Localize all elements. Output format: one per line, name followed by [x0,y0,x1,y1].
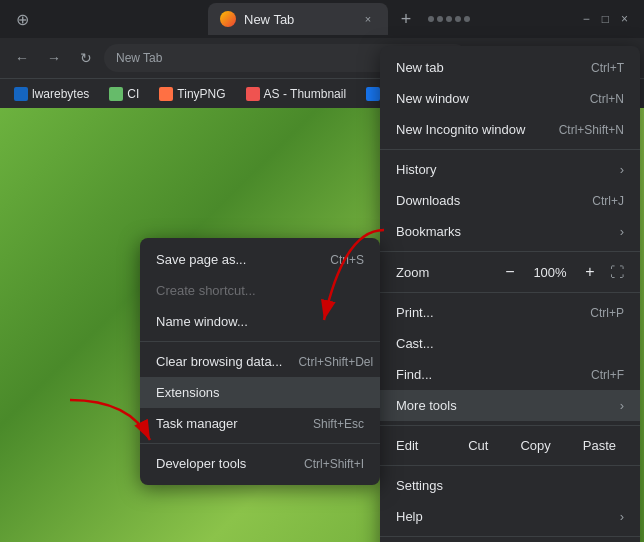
menu-item-more-tools[interactable]: More tools › [380,390,640,421]
bookmark-malwarebytes[interactable]: lwarebytes [8,85,95,103]
tab-close-button[interactable]: × [360,11,376,27]
zoom-out-button[interactable]: − [498,260,522,284]
menu-item-developer-tools[interactable]: Developer tools Ctrl+Shift+I [140,448,380,479]
zoom-value: 100% [530,265,570,280]
menu-shortcut: Ctrl+T [591,61,624,75]
extension-dot [446,16,452,22]
tab-title: New Tab [244,12,294,27]
extension-dot [437,16,443,22]
menu-item-clear-browsing[interactable]: Clear browsing data... Ctrl+Shift+Del [140,346,380,377]
menu-item-label: Cast... [396,336,624,351]
forward-button[interactable]: → [40,44,68,72]
menu-separator [380,149,640,150]
menu-item-task-manager[interactable]: Task manager Shift+Esc [140,408,380,439]
refresh-button[interactable]: ↻ [72,44,100,72]
new-tab-button[interactable]: + [392,5,420,33]
menu-item-label: Downloads [396,193,576,208]
more-tools-menu: Save page as... Ctrl+S Create shortcut..… [140,238,380,485]
menu-shortcut: Ctrl+F [591,368,624,382]
bookmark-favicon [109,87,123,101]
bookmark-favicon [159,87,173,101]
menu-item-new-window[interactable]: New window Ctrl+N [380,83,640,114]
chrome-menu: New tab Ctrl+T New window Ctrl+N New Inc… [380,46,640,542]
paste-button[interactable]: Paste [575,434,624,457]
zoom-in-button[interactable]: + [578,260,602,284]
tab-favicon [220,11,236,27]
fullscreen-button[interactable]: ⛶ [610,264,624,280]
menu-item-save-page[interactable]: Save page as... Ctrl+S [140,244,380,275]
menu-item-label: Create shortcut... [156,283,364,298]
bookmark-as-thumbnail[interactable]: AS - Thumbnail [240,85,352,103]
menu-item-name-window[interactable]: Name window... [140,306,380,337]
menu-separator [380,465,640,466]
menu-item-create-shortcut[interactable]: Create shortcut... [140,275,380,306]
menu-item-label: Print... [396,305,574,320]
menu-item-new-incognito[interactable]: New Incognito window Ctrl+Shift+N [380,114,640,145]
menu-shortcut: Ctrl+Shift+I [304,457,364,471]
bookmark-label: CI [127,87,139,101]
menu-item-history[interactable]: History › [380,154,640,185]
menu-shortcut: Ctrl+P [590,306,624,320]
menu-item-label: New tab [396,60,575,75]
menu-item-label: Developer tools [156,456,288,471]
menu-item-settings[interactable]: Settings [380,470,640,501]
menu-item-label: Bookmarks [396,224,612,239]
menu-shortcut: Ctrl+S [330,253,364,267]
edit-row: Edit Cut Copy Paste [380,430,640,461]
menu-item-cast[interactable]: Cast... [380,328,640,359]
bookmark-label: TinyPNG [177,87,225,101]
edit-actions: Cut Copy Paste [460,434,624,457]
extension-dot [464,16,470,22]
extension-dot [455,16,461,22]
menu-item-label: Clear browsing data... [156,354,282,369]
back-button[interactable]: ← [8,44,36,72]
menu-separator [140,341,380,342]
menu-item-label: Help [396,509,612,524]
menu-item-label: New window [396,91,574,106]
menu-item-label: Find... [396,367,575,382]
menu-item-label: Save page as... [156,252,314,267]
arrow-icon: › [620,224,624,239]
menu-item-extensions[interactable]: Extensions [140,377,380,408]
omnibox-text: New Tab [116,51,162,65]
bookmark-label: AS - Thumbnail [264,87,346,101]
bookmark-tinypng[interactable]: TinyPNG [153,85,231,103]
menu-item-help[interactable]: Help › [380,501,640,532]
menu-shortcut: Ctrl+J [592,194,624,208]
minimize-button[interactable]: − [583,12,590,26]
bookmark-label: lwarebytes [32,87,89,101]
extension-dot [428,16,434,22]
copy-button[interactable]: Copy [512,434,558,457]
tab-bar: ⊕ New Tab × + − □ × [0,0,644,38]
tab-group-icon: ⊕ [8,5,36,33]
bookmark-ci[interactable]: CI [103,85,145,103]
menu-item-label: Settings [396,478,624,493]
menu-item-label: Task manager [156,416,297,431]
menu-separator [380,251,640,252]
menu-item-label: New Incognito window [396,122,543,137]
menu-item-label: Name window... [156,314,364,329]
menu-item-label: History [396,162,612,177]
menu-shortcut: Ctrl+Shift+Del [298,355,373,369]
menu-item-label: More tools [396,398,612,413]
edit-label: Edit [396,438,460,453]
menu-item-new-tab[interactable]: New tab Ctrl+T [380,52,640,83]
menu-separator [380,292,640,293]
menu-item-bookmarks[interactable]: Bookmarks › [380,216,640,247]
close-button[interactable]: × [621,12,628,26]
bookmark-favicon [14,87,28,101]
window-controls: − □ × [583,12,636,26]
menu-item-find[interactable]: Find... Ctrl+F [380,359,640,390]
cut-button[interactable]: Cut [460,434,496,457]
arrow-icon: › [620,398,624,413]
menu-item-print[interactable]: Print... Ctrl+P [380,297,640,328]
menu-shortcut: Ctrl+N [590,92,624,106]
menu-separator [380,536,640,537]
active-tab[interactable]: New Tab × [208,3,388,35]
maximize-button[interactable]: □ [602,12,609,26]
arrow-icon: › [620,509,624,524]
menu-shortcut: Shift+Esc [313,417,364,431]
menu-item-downloads[interactable]: Downloads Ctrl+J [380,185,640,216]
menu-shortcut: Ctrl+Shift+N [559,123,624,137]
bookmark-favicon [246,87,260,101]
